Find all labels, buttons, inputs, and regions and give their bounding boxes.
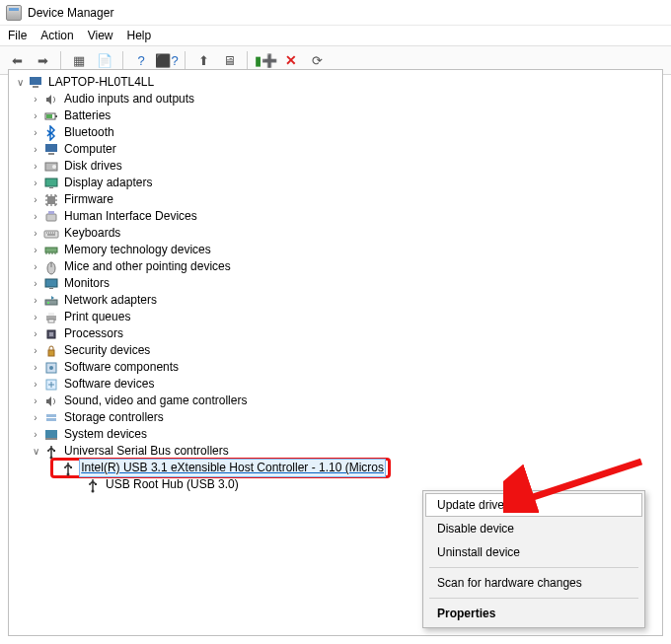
tree-category[interactable]: ›Human Interface Devices	[11, 208, 660, 225]
keyboard-icon	[43, 226, 59, 242]
tree-category[interactable]: ›Mice and other pointing devices	[11, 258, 660, 275]
expander-icon[interactable]: ›	[29, 91, 42, 107]
tree-root[interactable]: ∨LAPTOP-HL0TL4LL	[11, 74, 660, 91]
tree-category[interactable]: ›Monitors	[11, 275, 660, 292]
uninstall-button[interactable]: ✕	[280, 49, 302, 71]
expander-icon[interactable]: ›	[29, 393, 42, 409]
svg-point-42	[89, 483, 91, 485]
category-label: Display adapters	[62, 175, 154, 191]
scan-hardware-button[interactable]: ▮➕	[255, 49, 276, 71]
svg-point-38	[67, 472, 70, 475]
window-title: Device Manager	[28, 6, 113, 20]
expander-icon[interactable]: ›	[29, 258, 42, 275]
cm-properties[interactable]: Properties	[425, 602, 642, 625]
expander-icon[interactable]: ›	[29, 325, 42, 342]
tree-category[interactable]: ›Software devices	[11, 376, 660, 393]
help-topics-button[interactable]: ⬛?	[156, 49, 178, 71]
category-label: Batteries	[62, 107, 112, 124]
tree-category[interactable]: ›Display adapters	[11, 175, 660, 191]
expander-icon[interactable]: ›	[29, 208, 42, 225]
svg-rect-37	[53, 450, 55, 452]
svg-rect-4	[46, 114, 52, 118]
tree-category[interactable]: ›Firmware	[11, 191, 660, 208]
expander-icon[interactable]: ›	[29, 124, 42, 141]
cm-disable-device[interactable]: Disable device	[425, 517, 642, 540]
svg-point-29	[49, 366, 53, 370]
usb-icon	[60, 461, 76, 476]
category-label: System devices	[62, 426, 149, 443]
svg-rect-24	[48, 320, 54, 322]
expander-icon[interactable]: ›	[29, 275, 42, 292]
show-hidden-button[interactable]: ▦	[68, 49, 90, 71]
expander-icon[interactable]: ∨	[13, 74, 27, 91]
highlighted-device[interactable]: Intel(R) USB 3.1 eXtensible Host Control…	[50, 458, 391, 478]
forward-button[interactable]: ➡	[32, 49, 53, 71]
monitor-icon	[43, 276, 59, 292]
tree-category[interactable]: ›Software components	[11, 359, 660, 376]
tree-category[interactable]: ›Network adapters	[11, 292, 660, 309]
tree-category[interactable]: ›Sound, video and game controllers	[11, 393, 660, 409]
svg-rect-6	[48, 153, 54, 155]
properties-button[interactable]: 📄	[94, 49, 115, 71]
category-label: Security devices	[62, 342, 152, 359]
expander-icon[interactable]: ›	[29, 309, 42, 325]
expander-icon[interactable]: ›	[29, 292, 42, 309]
cm-scan-hardware[interactable]: Scan for hardware changes	[425, 571, 642, 595]
category-label: Computer	[62, 141, 118, 158]
network-icon	[43, 293, 59, 309]
memory-icon	[43, 243, 59, 258]
tree-category[interactable]: ›Print queues	[11, 309, 660, 325]
tree-category[interactable]: ›Memory technology devices	[11, 242, 660, 258]
cm-uninstall-device[interactable]: Uninstall device	[425, 540, 642, 564]
svg-rect-1	[33, 86, 38, 88]
back-button[interactable]: ⬅	[6, 49, 28, 71]
display-icon	[43, 176, 59, 191]
expander-icon[interactable]: ›	[29, 107, 42, 124]
cm-update-driver[interactable]: Update driver	[425, 493, 642, 517]
expander-icon[interactable]: ›	[29, 141, 42, 158]
tree-category[interactable]: ›Bluetooth	[11, 124, 660, 141]
category-label: Software components	[62, 359, 181, 376]
category-label: Software devices	[62, 376, 156, 393]
tree-category[interactable]: ›Audio inputs and outputs	[11, 91, 660, 107]
tree-category[interactable]: ›System devices	[11, 426, 660, 443]
speaker-icon	[43, 394, 59, 409]
expander-icon[interactable]: ∨	[29, 443, 42, 460]
expander-icon[interactable]: ›	[29, 242, 42, 258]
cm-separator	[429, 598, 638, 599]
refresh-button[interactable]: ⟳	[306, 49, 328, 71]
svg-rect-5	[45, 144, 57, 152]
expander-icon[interactable]: ›	[29, 409, 42, 426]
expander-icon[interactable]: ›	[29, 225, 42, 242]
category-label: Firmware	[62, 191, 115, 208]
update-driver-button[interactable]: ⬆	[192, 49, 214, 71]
expander-icon[interactable]: ›	[29, 342, 42, 359]
system-icon	[43, 427, 59, 443]
expander-icon[interactable]: ›	[29, 158, 42, 175]
expander-icon[interactable]: ›	[29, 191, 42, 208]
menu-action[interactable]: Action	[40, 29, 73, 42]
tree-device[interactable]: Intel(R) USB 3.1 eXtensible Host Control…	[11, 460, 660, 476]
expander-icon[interactable]: ›	[29, 175, 42, 191]
tree-category[interactable]: ›Processors	[11, 325, 660, 342]
menu-view[interactable]: View	[88, 29, 113, 42]
tree-category[interactable]: ›Keyboards	[11, 225, 660, 242]
category-label: Mice and other pointing devices	[62, 258, 233, 275]
tree-category[interactable]: ›Batteries	[11, 107, 660, 124]
category-label: Disk drives	[62, 158, 124, 175]
cm-separator	[429, 567, 638, 568]
tree-category[interactable]: ›Security devices	[11, 342, 660, 359]
menu-help[interactable]: Help	[127, 29, 152, 42]
expander-icon[interactable]: ›	[29, 376, 42, 393]
help-button[interactable]: ?	[130, 49, 152, 71]
category-label: Bluetooth	[62, 124, 116, 141]
category-label: Network adapters	[62, 292, 159, 309]
tree-category[interactable]: ›Computer	[11, 141, 660, 158]
expander-icon[interactable]: ›	[29, 359, 42, 376]
svg-rect-23	[48, 313, 54, 316]
expander-icon[interactable]: ›	[29, 426, 42, 443]
menu-file[interactable]: File	[8, 29, 27, 42]
tree-category[interactable]: ›Storage controllers	[11, 409, 660, 426]
tree-category[interactable]: ›Disk drives	[11, 158, 660, 175]
scan-monitor-button[interactable]: 🖥	[218, 49, 240, 71]
